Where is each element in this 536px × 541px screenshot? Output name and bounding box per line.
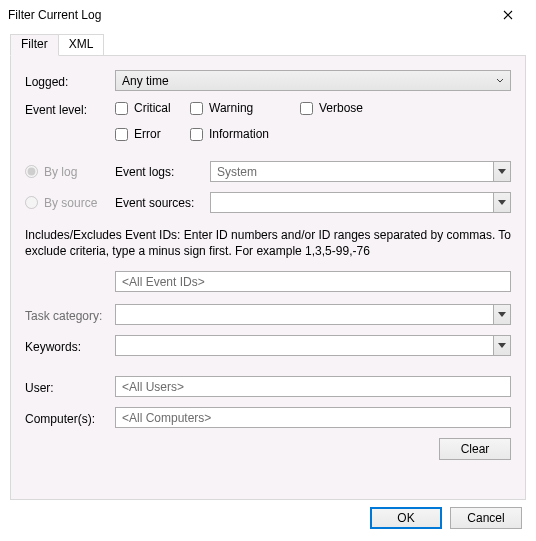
by-source-radio: By source (25, 196, 97, 210)
logged-dropdown[interactable]: Any time (115, 70, 511, 91)
close-button[interactable] (488, 1, 528, 29)
by-log-radio: By log (25, 165, 77, 179)
keywords-combo[interactable] (115, 335, 511, 356)
computers-input[interactable] (115, 407, 511, 428)
event-level-label: Event level: (25, 101, 115, 117)
task-category-label: Task category: (25, 307, 115, 323)
verbose-checkbox-input[interactable] (300, 102, 313, 115)
event-sources-input[interactable] (210, 192, 493, 213)
chevron-down-icon (498, 200, 506, 206)
clear-button[interactable]: Clear (439, 438, 511, 460)
titlebar: Filter Current Log (0, 0, 536, 30)
help-text: Includes/Excludes Event IDs: Enter ID nu… (25, 227, 511, 259)
task-category-input (115, 304, 493, 325)
user-input[interactable] (115, 376, 511, 397)
event-logs-input (210, 161, 493, 182)
critical-checkbox[interactable]: Critical (115, 101, 190, 115)
event-logs-dropdown-button[interactable] (493, 161, 511, 182)
cancel-button[interactable]: Cancel (450, 507, 522, 529)
critical-checkbox-input[interactable] (115, 102, 128, 115)
keywords-input[interactable] (115, 335, 493, 356)
warning-checkbox[interactable]: Warning (190, 101, 300, 115)
event-ids-input[interactable] (115, 271, 511, 292)
error-checkbox-input[interactable] (115, 128, 128, 141)
chevron-down-icon (498, 343, 506, 349)
by-log-radio-input (25, 165, 38, 178)
warning-checkbox-input[interactable] (190, 102, 203, 115)
event-sources-combo[interactable] (210, 192, 511, 213)
logged-label: Logged: (25, 73, 115, 89)
event-logs-combo[interactable] (210, 161, 511, 182)
task-category-combo[interactable] (115, 304, 511, 325)
computers-label: Computer(s): (25, 410, 115, 426)
keywords-dropdown-button[interactable] (493, 335, 511, 356)
logged-dropdown-value: Any time (122, 74, 169, 88)
close-icon (503, 10, 513, 20)
event-level-group: Critical Warning Verbose Error Informati… (115, 101, 511, 141)
verbose-checkbox[interactable]: Verbose (300, 101, 390, 115)
task-category-dropdown-button[interactable] (493, 304, 511, 325)
filter-tab-panel: Logged: Any time Event level: Critical W… (10, 55, 526, 500)
error-checkbox[interactable]: Error (115, 127, 190, 141)
chevron-down-icon (496, 78, 504, 84)
tab-filter[interactable]: Filter (10, 34, 59, 56)
event-logs-label: Event logs: (115, 165, 210, 179)
event-sources-dropdown-button[interactable] (493, 192, 511, 213)
tab-xml[interactable]: XML (58, 34, 105, 55)
event-sources-label: Event sources: (115, 196, 210, 210)
window-title: Filter Current Log (8, 8, 488, 22)
keywords-label: Keywords: (25, 338, 115, 354)
chevron-down-icon (498, 169, 506, 175)
dialog-footer: OK Cancel (370, 507, 522, 529)
by-source-radio-input (25, 196, 38, 209)
chevron-down-icon (498, 312, 506, 318)
information-checkbox-input[interactable] (190, 128, 203, 141)
user-label: User: (25, 379, 115, 395)
tabs: Filter XML (10, 34, 526, 55)
information-checkbox[interactable]: Information (190, 127, 300, 141)
ok-button[interactable]: OK (370, 507, 442, 529)
